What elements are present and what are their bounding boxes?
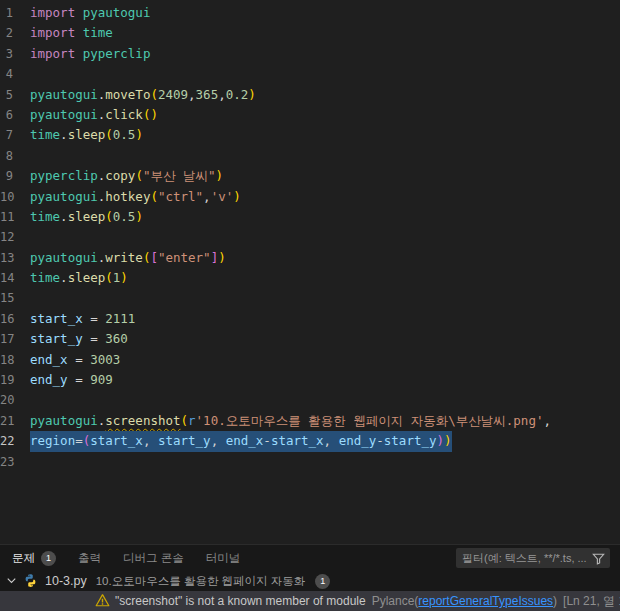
code-line[interactable]: 19end_y = 909 [0,370,620,390]
code-text: start_y = 360 [30,329,128,349]
code-text: import pyperclip [30,44,150,64]
panel-tab-출력[interactable]: 출력 [78,545,101,571]
line-number[interactable]: 15 [0,288,30,308]
panel-tab-디버그 콘솔[interactable]: 디버그 콘솔 [123,545,184,571]
code-line[interactable]: 1import pyautogui [0,3,620,23]
code-text: pyautogui.click() [30,105,158,125]
chevron-down-icon[interactable] [4,573,20,589]
filter-input[interactable] [462,552,591,564]
code-text: time.sleep(1) [30,268,128,288]
code-line[interactable]: 12 [0,227,620,247]
code-line[interactable]: 4 [0,64,620,84]
code-line[interactable]: 15 [0,288,620,308]
code-line[interactable]: 8 [0,146,620,166]
code-line[interactable]: 17start_y = 360 [0,329,620,349]
warning-icon [95,593,110,609]
code-text: pyautogui.hotkey("ctrl",'v') [30,187,241,207]
code-text: start_x = 2111 [30,309,135,329]
filter-icon[interactable] [591,551,606,566]
code-text: pyautogui.moveTo(2409,365,0.2) [30,85,256,105]
file-name: 10-3.py [45,574,87,588]
code-line[interactable]: 6pyautogui.click() [0,105,620,125]
line-number[interactable]: 23 [0,452,30,472]
vscode-window: 1import pyautogui2import time3import pyp… [0,0,620,611]
line-number[interactable]: 20 [0,390,30,410]
panel-tab-label: 문제 [12,551,35,566]
problem-message: "screenshot" is not a known member of mo… [115,594,366,608]
line-number[interactable]: 13 [0,248,30,268]
line-number[interactable]: 7 [0,125,30,145]
line-number[interactable]: 8 [0,146,30,166]
code-text: import time [30,23,113,43]
line-number[interactable]: 10 [0,187,30,207]
line-number[interactable]: 17 [0,329,30,349]
problem-source-suffix: ) [553,594,557,608]
code-line[interactable]: 18end_x = 3003 [0,350,620,370]
problems-filter[interactable] [456,548,610,568]
code-line[interactable]: 5pyautogui.moveTo(2409,365,0.2) [0,85,620,105]
code-line[interactable]: 16start_x = 2111 [0,309,620,329]
code-line[interactable]: 14time.sleep(1) [0,268,620,288]
line-number[interactable]: 16 [0,309,30,329]
panel-tab-문제[interactable]: 문제1 [12,545,56,571]
code-line[interactable]: 7time.sleep(0.5) [0,125,620,145]
line-number[interactable]: 19 [0,370,30,390]
code-text: import pyautogui [30,3,150,23]
code-line[interactable]: 23 [0,452,620,472]
code-line[interactable]: 22region=(start_x, start_y, end_x-start_… [0,431,620,451]
line-number[interactable]: 22 [0,431,30,451]
code-text: end_y = 909 [30,370,113,390]
line-number[interactable]: 1 [0,3,30,23]
code-line[interactable]: 10pyautogui.hotkey("ctrl",'v') [0,187,620,207]
panel-tab-bar: 문제1출력디버그 콘솔터미널 [0,545,620,571]
code-line[interactable]: 2import time [0,23,620,43]
code-text: time.sleep(0.5) [30,207,143,227]
problem-source: Pylance(reportGeneralTypeIssues) [372,594,557,608]
panel-tab-label: 터미널 [206,551,241,566]
problem-code-link[interactable]: reportGeneralTypeIssues [418,594,553,608]
line-number[interactable]: 21 [0,411,30,431]
line-number[interactable]: 14 [0,268,30,288]
problem-location: [Ln 21, 열 11] [563,593,620,610]
panel-tab-label: 출력 [78,551,101,566]
line-number[interactable]: 4 [0,64,30,84]
panel-tab-label: 디버그 콘솔 [123,551,184,566]
panel-tab-터미널[interactable]: 터미널 [206,545,241,571]
code-text: time.sleep(0.5) [30,125,143,145]
code-text: pyautogui.screenshot(r'10.오토마우스를 활용한 웹페이… [30,411,551,431]
bottom-panel: 문제1출력디버그 콘솔터미널 10-3.py [0,544,620,611]
code-line[interactable]: 20 [0,390,620,410]
problem-source-prefix: Pylance( [372,594,419,608]
code-line[interactable]: 21pyautogui.screenshot(r'10.오토마우스를 활용한 웹… [0,411,620,431]
line-number[interactable]: 9 [0,166,30,186]
problems-file-row[interactable]: 10-3.py 10.오토마우스를 활용한 웹페이지 자동화 1 [0,571,620,591]
code-line[interactable]: 11time.sleep(0.5) [0,207,620,227]
line-number[interactable]: 3 [0,44,30,64]
code-line[interactable]: 9pyperclip.copy("부산 날씨") [0,166,620,186]
file-description: 10.오토마우스를 활용한 웹페이지 자동화 [96,574,306,589]
panel-tabs: 문제1출력디버그 콘솔터미널 [12,545,456,571]
problem-count-badge: 1 [315,574,330,589]
code-text: end_x = 3003 [30,350,120,370]
line-number[interactable]: 6 [0,105,30,125]
code-text: pyperclip.copy("부산 날씨") [30,166,223,186]
problem-item[interactable]: "screenshot" is not a known member of mo… [0,591,620,611]
code-editor[interactable]: 1import pyautogui2import time3import pyp… [0,0,620,544]
code-line[interactable]: 3import pyperclip [0,44,620,64]
line-number[interactable]: 18 [0,350,30,370]
line-number[interactable]: 2 [0,23,30,43]
code-line[interactable]: 13pyautogui.write(["enter"]) [0,248,620,268]
line-number[interactable]: 12 [0,227,30,247]
code-text: pyautogui.write(["enter"]) [30,248,226,268]
python-file-icon [23,573,39,589]
line-number[interactable]: 5 [0,85,30,105]
code-text: region=(start_x, start_y, end_x-start_x,… [30,431,452,451]
problems-tree: 10-3.py 10.오토마우스를 활용한 웹페이지 자동화 1 "screen… [0,571,620,611]
line-number[interactable]: 11 [0,207,30,227]
tab-badge: 1 [41,551,56,566]
